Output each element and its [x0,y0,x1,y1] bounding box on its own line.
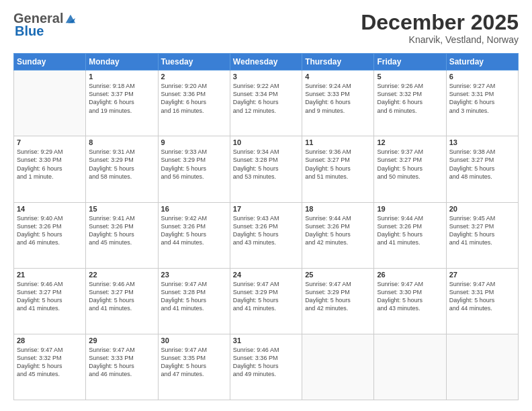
logo-icon [64,13,77,25]
day-cell: 31Sunrise: 9:46 AM Sunset: 3:36 PM Dayli… [230,334,302,400]
day-info: Sunrise: 9:38 AM Sunset: 3:27 PM Dayligh… [449,148,515,181]
day-number: 17 [233,205,299,213]
day-cell: 4Sunrise: 9:24 AM Sunset: 3:33 PM Daylig… [302,71,374,136]
week-row-4: 28Sunrise: 9:47 AM Sunset: 3:32 PM Dayli… [14,334,519,400]
day-cell: 9Sunrise: 9:33 AM Sunset: 3:29 PM Daylig… [158,136,230,202]
day-cell: 1Sunrise: 9:18 AM Sunset: 3:37 PM Daylig… [86,71,158,136]
day-header-tuesday: Tuesday [158,54,230,71]
day-number: 11 [305,138,371,146]
day-info: Sunrise: 9:44 AM Sunset: 3:26 PM Dayligh… [377,214,443,247]
day-cell: 15Sunrise: 9:41 AM Sunset: 3:26 PM Dayli… [86,202,158,268]
day-info: Sunrise: 9:47 AM Sunset: 3:32 PM Dayligh… [17,346,83,379]
day-cell: 27Sunrise: 9:47 AM Sunset: 3:31 PM Dayli… [446,268,518,334]
day-number: 15 [89,205,154,213]
day-number: 1 [89,73,154,81]
day-cell: 8Sunrise: 9:31 AM Sunset: 3:29 PM Daylig… [86,136,158,202]
day-info: Sunrise: 9:47 AM Sunset: 3:35 PM Dayligh… [161,346,227,379]
title-block: December 2025 Knarvik, Vestland, Norway [361,11,519,45]
day-number: 30 [161,336,227,345]
day-info: Sunrise: 9:46 AM Sunset: 3:27 PM Dayligh… [17,280,83,313]
day-number: 16 [161,205,227,213]
day-cell: 14Sunrise: 9:40 AM Sunset: 3:26 PM Dayli… [14,202,86,268]
day-cell: 7Sunrise: 9:29 AM Sunset: 3:30 PM Daylig… [14,136,86,202]
day-info: Sunrise: 9:36 AM Sunset: 3:27 PM Dayligh… [305,148,371,181]
day-number: 3 [233,73,299,81]
day-number: 8 [89,138,154,146]
day-cell: 25Sunrise: 9:47 AM Sunset: 3:29 PM Dayli… [302,268,374,334]
day-info: Sunrise: 9:29 AM Sunset: 3:30 PM Dayligh… [17,148,83,181]
day-info: Sunrise: 9:18 AM Sunset: 3:37 PM Dayligh… [89,82,154,115]
day-info: Sunrise: 9:34 AM Sunset: 3:28 PM Dayligh… [233,148,299,181]
day-cell: 28Sunrise: 9:47 AM Sunset: 3:32 PM Dayli… [14,334,86,400]
day-number: 14 [17,205,83,213]
day-info: Sunrise: 9:27 AM Sunset: 3:31 PM Dayligh… [449,82,515,115]
header: General Blue December 2025 Knarvik, Vest… [13,11,519,45]
day-number: 10 [233,138,299,146]
day-info: Sunrise: 9:22 AM Sunset: 3:34 PM Dayligh… [233,82,299,115]
day-info: Sunrise: 9:42 AM Sunset: 3:26 PM Dayligh… [161,214,227,247]
day-number: 12 [377,138,443,146]
location: Knarvik, Vestland, Norway [361,34,519,45]
day-cell: 23Sunrise: 9:47 AM Sunset: 3:28 PM Dayli… [158,268,230,334]
day-cell: 13Sunrise: 9:38 AM Sunset: 3:27 PM Dayli… [446,136,518,202]
day-number: 19 [377,205,443,213]
week-row-1: 7Sunrise: 9:29 AM Sunset: 3:30 PM Daylig… [14,136,519,202]
day-info: Sunrise: 9:47 AM Sunset: 3:31 PM Dayligh… [449,280,515,313]
day-number: 4 [305,73,371,81]
day-info: Sunrise: 9:46 AM Sunset: 3:36 PM Dayligh… [233,346,299,379]
day-number: 29 [89,336,154,345]
day-number: 22 [89,271,154,279]
day-header-wednesday: Wednesday [230,54,302,71]
day-cell: 11Sunrise: 9:36 AM Sunset: 3:27 PM Dayli… [302,136,374,202]
day-info: Sunrise: 9:46 AM Sunset: 3:27 PM Dayligh… [89,280,154,313]
day-header-sunday: Sunday [14,54,86,71]
day-cell: 16Sunrise: 9:42 AM Sunset: 3:26 PM Dayli… [158,202,230,268]
day-cell: 19Sunrise: 9:44 AM Sunset: 3:26 PM Dayli… [374,202,446,268]
page: General Blue December 2025 Knarvik, Vest… [0,0,532,411]
day-info: Sunrise: 9:41 AM Sunset: 3:26 PM Dayligh… [89,214,154,247]
day-number: 18 [305,205,371,213]
week-row-0: 1Sunrise: 9:18 AM Sunset: 3:37 PM Daylig… [14,71,519,136]
day-info: Sunrise: 9:44 AM Sunset: 3:26 PM Dayligh… [305,214,371,247]
day-number: 23 [161,271,227,279]
day-number: 21 [17,271,83,279]
day-info: Sunrise: 9:24 AM Sunset: 3:33 PM Dayligh… [305,82,371,115]
day-cell [302,334,374,400]
day-number: 27 [449,271,515,279]
day-cell: 12Sunrise: 9:37 AM Sunset: 3:27 PM Dayli… [374,136,446,202]
day-info: Sunrise: 9:40 AM Sunset: 3:26 PM Dayligh… [17,214,83,247]
day-cell: 29Sunrise: 9:47 AM Sunset: 3:33 PM Dayli… [86,334,158,400]
day-number: 31 [233,336,299,345]
day-number: 24 [233,271,299,279]
logo-blue: Blue [15,24,44,39]
day-header-saturday: Saturday [446,54,518,71]
day-number: 9 [161,138,227,146]
day-number: 2 [161,73,227,81]
day-cell: 26Sunrise: 9:47 AM Sunset: 3:30 PM Dayli… [374,268,446,334]
day-number: 7 [17,138,83,146]
day-cell: 30Sunrise: 9:47 AM Sunset: 3:35 PM Dayli… [158,334,230,400]
day-cell: 24Sunrise: 9:47 AM Sunset: 3:29 PM Dayli… [230,268,302,334]
day-cell [14,71,86,136]
day-cell: 2Sunrise: 9:20 AM Sunset: 3:36 PM Daylig… [158,71,230,136]
day-cell: 6Sunrise: 9:27 AM Sunset: 3:31 PM Daylig… [446,71,518,136]
day-info: Sunrise: 9:47 AM Sunset: 3:28 PM Dayligh… [161,280,227,313]
day-info: Sunrise: 9:47 AM Sunset: 3:29 PM Dayligh… [305,280,371,313]
day-number: 26 [377,271,443,279]
day-info: Sunrise: 9:20 AM Sunset: 3:36 PM Dayligh… [161,82,227,115]
day-info: Sunrise: 9:47 AM Sunset: 3:33 PM Dayligh… [89,346,154,379]
day-info: Sunrise: 9:31 AM Sunset: 3:29 PM Dayligh… [89,148,154,181]
day-cell [446,334,518,400]
calendar-table: SundayMondayTuesdayWednesdayThursdayFrid… [13,53,519,400]
logo: General Blue [13,11,77,39]
day-number: 5 [377,73,443,81]
day-cell: 22Sunrise: 9:46 AM Sunset: 3:27 PM Dayli… [86,268,158,334]
day-cell: 10Sunrise: 9:34 AM Sunset: 3:28 PM Dayli… [230,136,302,202]
day-number: 20 [449,205,515,213]
week-row-2: 14Sunrise: 9:40 AM Sunset: 3:26 PM Dayli… [14,202,519,268]
calendar-header-row: SundayMondayTuesdayWednesdayThursdayFrid… [14,54,519,71]
day-cell [374,334,446,400]
day-cell: 18Sunrise: 9:44 AM Sunset: 3:26 PM Dayli… [302,202,374,268]
day-cell: 21Sunrise: 9:46 AM Sunset: 3:27 PM Dayli… [14,268,86,334]
day-number: 6 [449,73,515,81]
